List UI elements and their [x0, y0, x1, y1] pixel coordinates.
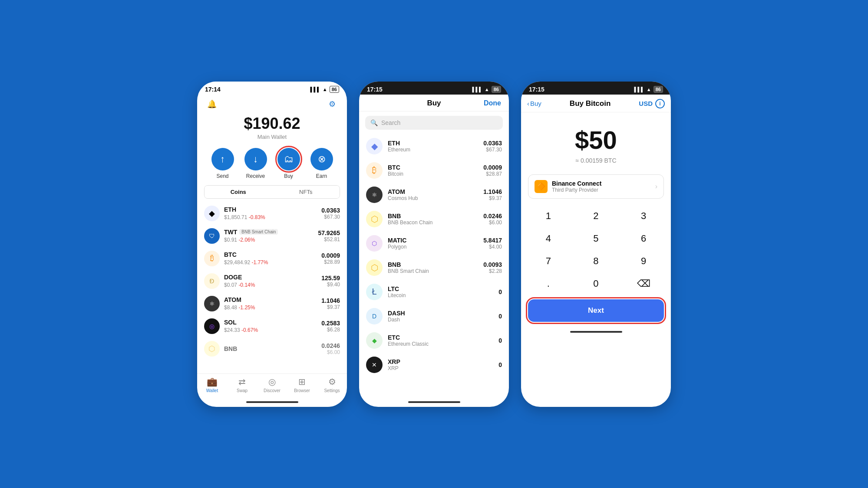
amount-btc: ≈ 0.00159 BTC [521, 157, 671, 164]
info-icon[interactable]: i [655, 99, 665, 108]
tab-coins[interactable]: Coins [205, 186, 272, 198]
key-2[interactable]: 2 [572, 205, 620, 227]
etc-buy-icon: ◆ [366, 332, 383, 349]
dash-buy-icon: D [366, 308, 383, 324]
list-item[interactable]: ⬡ BNB 0.0246 $6.00 [197, 337, 347, 360]
nav-settings[interactable]: ⚙ Settings [317, 377, 347, 393]
buy-action[interactable]: 🗂 Buy [277, 148, 300, 179]
home-indicator-3 [521, 327, 671, 337]
nav-swap[interactable]: ⇄ Swap [227, 377, 257, 393]
earn-label: Earn [316, 173, 327, 179]
earn-action[interactable]: ⊗ Earn [310, 148, 333, 179]
status-bar-1: 17:14 ▌▌▌ ▲ 86 [197, 82, 347, 95]
btc-icon: ₿ [204, 251, 220, 266]
list-item[interactable]: ⬡ MATIC Polygon 5.8417 $4.00 [359, 231, 509, 255]
key-backspace[interactable]: ⌫ [620, 272, 667, 295]
receive-action[interactable]: ↓ Receive [244, 148, 267, 179]
status-bar-2: 17:15 ▌▌▌ ▲ 86 [359, 82, 509, 95]
sol-icon: ◎ [204, 318, 220, 334]
screen2-header: Buy Done [359, 95, 509, 111]
send-icon[interactable]: ↑ [211, 148, 234, 170]
matic-buy-icon: ⬡ [366, 235, 383, 252]
next-button[interactable]: Next [528, 299, 664, 322]
coins-nfts-tabs: Coins NFTs [204, 185, 340, 199]
btc-buy-icon: ₿ [366, 162, 383, 179]
provider-row[interactable]: 🔶 Binance Connect Third Party Provider › [528, 174, 664, 199]
page-title: Buy Bitcoin [545, 99, 635, 108]
wifi-icon-3: ▲ [647, 87, 651, 92]
signal-icon: ▌▌▌ [310, 87, 320, 92]
buy-label: Buy [284, 173, 293, 179]
list-item[interactable]: ◆ ETH Ethereum 0.0363 $67.30 [359, 134, 509, 158]
status-icons-2: ▌▌▌ ▲ 86 [472, 86, 501, 93]
list-item[interactable]: ⬡ BNB BNB Beacon Chain 0.0246 $6.00 [359, 207, 509, 231]
balance-section: $190.62 Main Wallet [197, 113, 347, 144]
settings-nav-icon: ⚙ [328, 377, 336, 387]
back-button[interactable]: ‹ Buy [527, 100, 541, 107]
nav-wallet[interactable]: 💼 Wallet [197, 377, 227, 393]
key-4[interactable]: 4 [525, 227, 572, 250]
key-dot[interactable]: . [525, 272, 572, 295]
search-bar[interactable]: 🔍 Search [365, 116, 503, 130]
battery-2: 86 [492, 86, 501, 93]
provider-chevron-icon: › [655, 183, 657, 190]
key-7[interactable]: 7 [525, 250, 572, 272]
key-3[interactable]: 3 [620, 205, 667, 227]
screen1-wallet: 17:14 ▌▌▌ ▲ 86 🔔 ⚙ $190.62 Main Wallet ↑… [197, 82, 347, 407]
search-icon: 🔍 [370, 119, 378, 126]
list-item[interactable]: ⚛ ATOM Cosmos Hub 1.1046 $9.37 [359, 183, 509, 207]
status-icons-1: ▌▌▌ ▲ 86 [310, 86, 339, 93]
key-9[interactable]: 9 [620, 250, 667, 272]
signal-icon-2: ▌▌▌ [472, 87, 482, 92]
status-time-3: 17:15 [529, 86, 545, 93]
notification-icon[interactable]: 🔔 [205, 97, 219, 111]
key-8[interactable]: 8 [572, 250, 620, 272]
chevron-left-icon: ‹ [527, 100, 529, 107]
home-bar [246, 401, 298, 403]
list-item[interactable]: ✕ XRP XRP 0 [359, 353, 509, 377]
ltc-buy-icon: Ł [366, 284, 383, 300]
done-button[interactable]: Done [484, 99, 501, 107]
list-item[interactable]: Ð DOGE $0.07 -0.14% 125.59 $9.40 [197, 270, 347, 292]
list-item[interactable]: ◆ ETC Ethereum Classic 0 [359, 328, 509, 353]
screen1-header: 🔔 ⚙ [197, 95, 347, 113]
list-item[interactable]: ₿ BTC Bitcoin 0.0009 $28.87 [359, 158, 509, 183]
key-1[interactable]: 1 [525, 205, 572, 227]
swap-nav-icon: ⇄ [238, 377, 246, 387]
signal-icon-3: ▌▌▌ [634, 87, 644, 92]
key-5[interactable]: 5 [572, 227, 620, 250]
list-item[interactable]: ◎ SOL $24.33 -0.67% 0.2583 $6.28 [197, 315, 347, 337]
bnb-smart-buy-icon: ⬡ [366, 259, 383, 276]
nav-discover[interactable]: ◎ Discover [257, 377, 287, 393]
key-6[interactable]: 6 [620, 227, 667, 250]
key-0[interactable]: 0 [572, 272, 620, 295]
balance-amount: $190.62 [197, 115, 347, 133]
receive-icon[interactable]: ↓ [244, 148, 267, 170]
atom-buy-icon: ⚛ [366, 187, 383, 203]
list-item[interactable]: 🛡 TWT BNB Smart Chain $0.91 -2.06% 57.92… [197, 225, 347, 247]
buy-icon[interactable]: 🗂 [277, 148, 300, 170]
tab-nfts[interactable]: NFTs [272, 186, 340, 198]
nav-browser[interactable]: ⊞ Browser [287, 377, 317, 393]
list-item[interactable]: ⚛ ATOM $8.48 -1.25% 1.1046 $9.37 [197, 292, 347, 315]
list-item[interactable]: ₿ BTC $29,484.92 -1.77% 0.0009 $28.89 [197, 247, 347, 270]
twt-icon: 🛡 [204, 228, 220, 244]
discover-nav-icon: ◎ [268, 377, 276, 387]
receive-label: Receive [246, 173, 265, 179]
action-buttons: ↑ Send ↓ Receive 🗂 Buy ⊗ Earn [197, 144, 347, 185]
earn-icon[interactable]: ⊗ [310, 148, 333, 170]
amount-value: $50 [521, 125, 671, 154]
list-item[interactable]: ◆ ETH $1,850.71 -0.83% 0.0363 $67.30 [197, 202, 347, 225]
list-item[interactable]: Ł LTC Litecoin 0 [359, 280, 509, 304]
send-action[interactable]: ↑ Send [211, 148, 234, 179]
status-time-1: 17:14 [205, 86, 221, 93]
home-bar-2 [408, 401, 460, 403]
list-item[interactable]: D DASH Dash 0 [359, 304, 509, 328]
status-bar-3: 17:15 ▌▌▌ ▲ 86 [521, 82, 671, 95]
currency-button[interactable]: USD [639, 100, 653, 107]
filter-icon[interactable]: ⚙ [325, 97, 339, 111]
doge-icon: Ð [204, 273, 220, 289]
list-item[interactable]: ⬡ BNB BNB Smart Chain 0.0093 $2.28 [359, 255, 509, 280]
provider-sub: Third Party Provider [552, 187, 651, 193]
home-indicator [197, 397, 347, 407]
